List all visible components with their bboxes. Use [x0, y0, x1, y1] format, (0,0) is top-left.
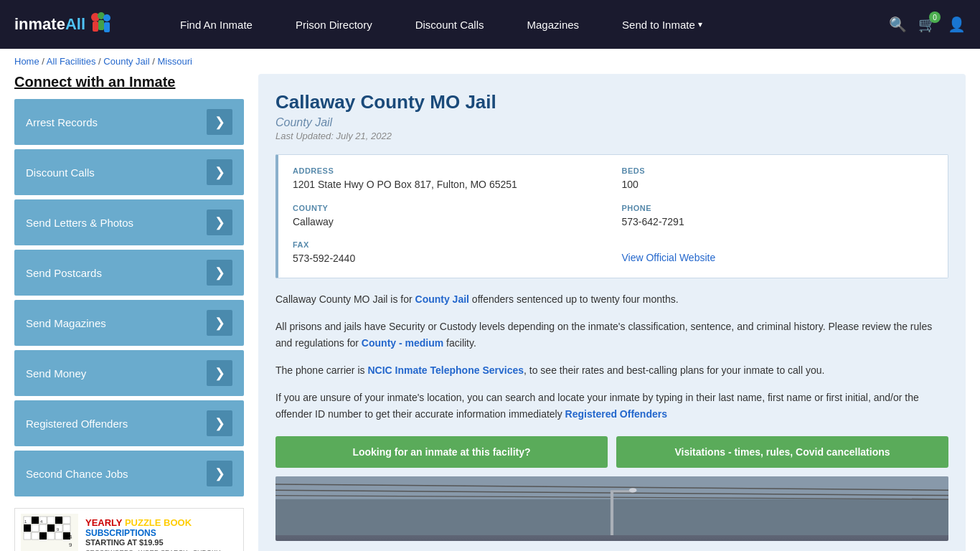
nav-find-inmate[interactable]: Find An Inmate [159, 19, 274, 31]
svg-rect-21 [39, 532, 47, 540]
arrow-icon: ❯ [207, 159, 232, 185]
nav-discount-calls[interactable]: Discount Calls [394, 19, 506, 31]
fax-field: FAX 573-592-2440 [293, 240, 605, 266]
phone-value: 573-642-7291 [622, 215, 934, 230]
svg-rect-3 [93, 22, 98, 32]
svg-rect-14 [32, 524, 39, 532]
svg-point-39 [629, 488, 636, 492]
desc-paragraph-2: All prisons and jails have Security or C… [275, 319, 948, 351]
county-label: COUNTY [293, 204, 605, 212]
ad-title: YEARLY PUZZLE BOOK [85, 517, 237, 529]
sidebar-item-second-chance-jobs[interactable]: Second Chance Jobs ❯ [14, 451, 244, 496]
facility-content: Callaway County MO Jail County Jail Last… [258, 74, 966, 551]
county-field: COUNTY Callaway [293, 204, 605, 230]
facility-photo [275, 476, 948, 541]
logo-text: inmateAll [14, 15, 85, 34]
svg-rect-11 [55, 517, 62, 524]
sidebar-item-send-letters[interactable]: Send Letters & Photos ❯ [14, 199, 244, 245]
arrow-icon: ❯ [207, 461, 232, 486]
search-icon[interactable]: 🔍 [889, 16, 907, 33]
facility-title: Callaway County MO Jail [275, 91, 948, 113]
svg-rect-16 [47, 524, 55, 532]
logo-icon [87, 11, 116, 37]
county-medium-link[interactable]: County - medium [362, 337, 443, 349]
svg-rect-23 [55, 532, 62, 540]
beds-label: BEDS [622, 166, 934, 175]
sidebar-item-discount-calls[interactable]: Discount Calls ❯ [14, 149, 244, 195]
facility-updated: Last Updated: July 21, 2022 [275, 131, 948, 141]
beds-value: 100 [622, 178, 934, 192]
main-nav: Find An Inmate Prison Directory Discount… [159, 19, 889, 31]
county-jail-link[interactable]: County Jail [415, 293, 469, 305]
address-label: ADDRESS [293, 166, 605, 175]
breadcrumb: Home / All Facilities / County Jail / Mi… [0, 49, 980, 74]
desc-paragraph-4: If you are unsure of your inmate's locat… [275, 390, 948, 422]
fax-label: FAX [293, 240, 605, 249]
website-field: View Official Website [622, 240, 934, 266]
nav-send-to-inmate[interactable]: Send to Inmate ▾ [600, 19, 724, 31]
svg-rect-8 [32, 517, 39, 524]
arrow-icon: ❯ [207, 109, 232, 135]
address-field: ADDRESS 1201 State Hwy O PO Box 817, Ful… [293, 166, 605, 192]
county-value: Callaway [293, 215, 605, 230]
header: inmateAll Find An Inmate Prison Director… [0, 0, 980, 49]
breadcrumb-county-jail[interactable]: County Jail [103, 56, 149, 67]
logo[interactable]: inmateAll [14, 11, 116, 37]
sidebar-item-send-postcards[interactable]: Send Postcards ❯ [14, 250, 244, 296]
sidebar-item-send-money[interactable]: Send Money ❯ [14, 350, 244, 396]
ad-price: STARTING AT $19.95 [85, 538, 237, 547]
nav-prison-directory[interactable]: Prison Directory [274, 19, 394, 31]
beds-field: BEDS 100 [622, 166, 934, 192]
svg-point-2 [103, 14, 110, 22]
phone-label: PHONE [622, 204, 934, 212]
main-layout: Connect with an Inmate Arrest Records ❯ … [0, 74, 980, 551]
svg-rect-4 [98, 20, 104, 30]
svg-rect-10 [47, 517, 55, 524]
nav-magazines[interactable]: Magazines [506, 19, 601, 31]
ncic-link[interactable]: NCIC Inmate Telephone Services [367, 364, 524, 376]
arrow-icon: ❯ [207, 410, 232, 436]
svg-rect-15 [39, 524, 47, 532]
breadcrumb-home[interactable]: Home [14, 56, 39, 67]
address-value: 1201 State Hwy O PO Box 817, Fulton, MO … [293, 178, 605, 192]
sidebar: Connect with an Inmate Arrest Records ❯ … [14, 74, 244, 551]
desc-paragraph-1: Callaway County MO Jail is for County Ja… [275, 291, 948, 307]
desc-paragraph-3: The phone carrier is NCIC Inmate Telepho… [275, 362, 948, 378]
svg-rect-12 [63, 517, 70, 524]
sidebar-item-send-magazines[interactable]: Send Magazines ❯ [14, 300, 244, 346]
phone-field: PHONE 573-642-7291 [622, 204, 934, 230]
breadcrumb-state[interactable]: Missouri [157, 56, 192, 67]
arrow-icon: ❯ [207, 209, 232, 235]
sidebar-title: Connect with an Inmate [14, 74, 244, 90]
fax-value: 573-592-2440 [293, 252, 605, 266]
cart-badge: 0 [929, 11, 941, 23]
sidebar-item-arrest-records[interactable]: Arrest Records ❯ [14, 99, 244, 145]
facility-info-grid: ADDRESS 1201 State Hwy O PO Box 817, Ful… [275, 154, 948, 278]
svg-text:4: 4 [69, 534, 72, 540]
facility-subtitle: County Jail [275, 116, 948, 129]
svg-rect-37 [611, 491, 613, 535]
arrow-icon: ❯ [207, 260, 232, 286]
registered-offenders-link[interactable]: Registered Offenders [565, 408, 667, 420]
cart-icon[interactable]: 🛒 0 [918, 16, 936, 33]
chevron-down-icon: ▾ [698, 19, 702, 29]
svg-rect-13 [24, 524, 31, 532]
sidebar-item-registered-offenders[interactable]: Registered Offenders ❯ [14, 400, 244, 446]
user-icon[interactable]: 👤 [948, 16, 966, 33]
find-inmate-button[interactable]: Looking for an inmate at this facility? [275, 436, 608, 468]
svg-rect-19 [24, 532, 31, 540]
svg-rect-20 [32, 532, 39, 540]
ad-puzzle-image: 1 4 9 4 9 3 5 [21, 514, 78, 551]
sidebar-ad[interactable]: 1 4 9 4 9 3 5 YEARLY PUZZLE BOOK SUBSCRI… [14, 508, 244, 551]
svg-rect-18 [63, 524, 70, 532]
svg-text:9: 9 [69, 542, 72, 548]
breadcrumb-all-facilities[interactable]: All Facilities [47, 56, 96, 67]
ad-subtitle: SUBSCRIPTIONS [85, 528, 237, 538]
ad-text: YEARLY PUZZLE BOOK SUBSCRIPTIONS STARTIN… [78, 517, 237, 551]
arrow-icon: ❯ [207, 360, 232, 386]
svg-rect-5 [104, 22, 110, 32]
header-icons: 🔍 🛒 0 👤 [889, 16, 966, 33]
arrow-icon: ❯ [207, 310, 232, 336]
visitations-button[interactable]: Visitations - times, rules, Covid cancel… [616, 436, 948, 468]
website-link[interactable]: View Official Website [622, 252, 716, 263]
